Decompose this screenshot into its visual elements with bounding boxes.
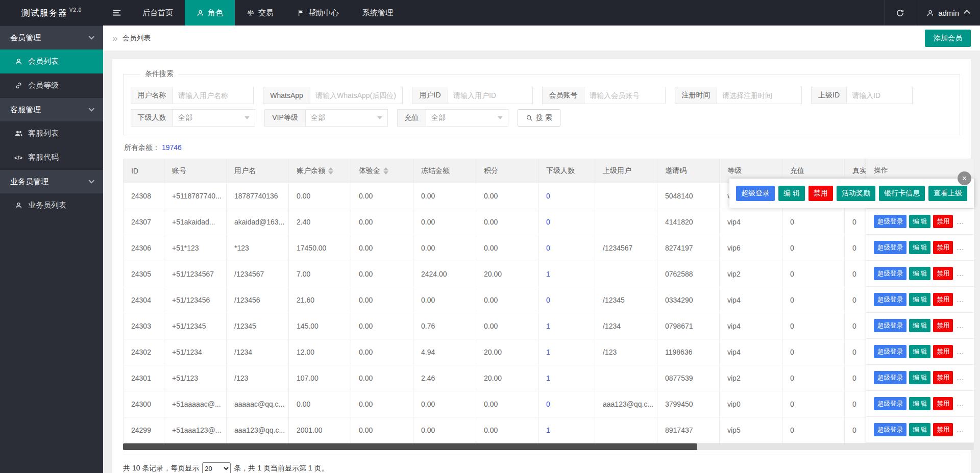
- edit-button[interactable]: 编 辑: [778, 186, 805, 201]
- page-size-select[interactable]: 20: [202, 462, 231, 473]
- chevron-down-icon: [89, 178, 94, 183]
- cell: 0: [782, 391, 845, 417]
- disable-button[interactable]: 禁用: [933, 345, 953, 358]
- view-parent-button[interactable]: 查看上级: [928, 186, 967, 201]
- super-login-button[interactable]: 超级登录: [874, 267, 906, 280]
- cell-text: 0.00: [484, 426, 498, 434]
- edit-button[interactable]: 编 辑: [909, 397, 930, 410]
- disable-button[interactable]: 禁用: [933, 423, 953, 436]
- edit-button[interactable]: 编 辑: [909, 345, 930, 358]
- vip-level-select-dropdown[interactable]: 全部: [306, 110, 387, 126]
- disable-button[interactable]: 禁用: [933, 371, 953, 384]
- sidebar-item-member-list[interactable]: 会员列表: [0, 49, 103, 73]
- subordinate-count-link[interactable]: 1: [546, 374, 550, 382]
- subordinate-count-link[interactable]: 1: [546, 270, 550, 278]
- cell-text: 0.00: [359, 322, 373, 330]
- refresh-button[interactable]: [884, 0, 916, 26]
- userid-field-input[interactable]: [448, 87, 532, 104]
- edit-button[interactable]: 编 辑: [909, 215, 930, 228]
- nav-utilities: admin: [884, 0, 980, 26]
- edit-button[interactable]: 编 辑: [909, 319, 930, 332]
- subordinate-select-dropdown[interactable]: 全部: [173, 110, 255, 126]
- edit-button[interactable]: 编 辑: [909, 423, 930, 436]
- disable-button[interactable]: 禁用: [933, 267, 953, 280]
- super-login-button[interactable]: 超级登录: [874, 423, 906, 436]
- super-login-button[interactable]: 超级登录: [736, 186, 775, 201]
- subordinate-count-link[interactable]: 0: [546, 244, 550, 252]
- super-login-button[interactable]: 超级登录: [874, 319, 906, 332]
- more-actions[interactable]: ...: [957, 295, 964, 304]
- sidebar-item-service-list[interactable]: 客服列表: [0, 121, 103, 145]
- super-login-button[interactable]: 超级登录: [874, 241, 906, 254]
- disable-button[interactable]: 禁用: [933, 319, 953, 332]
- admin-menu[interactable]: admin: [916, 0, 980, 26]
- nav-home[interactable]: 后台首页: [131, 0, 185, 26]
- sidebar-item-service-code[interactable]: </>客服代码: [0, 145, 103, 169]
- cell: 0.00: [351, 365, 413, 391]
- super-login-button[interactable]: 超级登录: [874, 215, 906, 228]
- edit-button[interactable]: 编 辑: [909, 267, 930, 280]
- disable-button[interactable]: 禁用: [808, 186, 833, 201]
- super-login-button[interactable]: 超级登录: [874, 293, 906, 306]
- disable-button[interactable]: 禁用: [933, 215, 953, 228]
- cell-text: 0.00: [421, 192, 435, 200]
- super-login-button[interactable]: 超级登录: [874, 397, 906, 410]
- more-actions[interactable]: ...: [957, 347, 964, 356]
- cell: [595, 183, 657, 209]
- member-account-field-label: 会员账号: [543, 87, 584, 104]
- more-actions[interactable]: ...: [957, 374, 964, 382]
- sidebar-toggle-button[interactable]: [103, 0, 131, 26]
- main-nav: 后台首页角色交易帮助中心系统管理: [131, 0, 405, 26]
- sidebar-item-salesman-list[interactable]: 业务员列表: [0, 193, 103, 217]
- nav-role[interactable]: 角色: [185, 0, 235, 26]
- nav-trade-label: 交易: [258, 8, 274, 18]
- cell-text: 0: [790, 374, 794, 382]
- sidebar-section-member-management[interactable]: 会员管理: [0, 26, 103, 49]
- nav-help[interactable]: 帮助中心: [285, 0, 351, 26]
- disable-button[interactable]: 禁用: [933, 241, 953, 254]
- sort-icon[interactable]: [383, 167, 388, 175]
- sort-icon[interactable]: [328, 167, 333, 175]
- search-button[interactable]: 搜 索: [518, 109, 560, 127]
- edit-button[interactable]: 编 辑: [909, 241, 930, 254]
- cell: 0.00: [351, 391, 413, 417]
- recharge-select-dropdown[interactable]: 全部: [426, 110, 508, 126]
- add-member-button[interactable]: 添加会员: [925, 30, 971, 47]
- edit-button[interactable]: 编 辑: [909, 371, 930, 384]
- subordinate-count-link[interactable]: 1: [546, 426, 550, 434]
- disable-button[interactable]: 禁用: [933, 397, 953, 410]
- super-login-button[interactable]: 超级登录: [874, 345, 906, 358]
- horizontal-scrollbar-thumb[interactable]: [123, 443, 697, 450]
- super-login-button[interactable]: 超级登录: [874, 371, 906, 384]
- member-account-field-input[interactable]: [584, 87, 665, 104]
- activity-reward-button[interactable]: 活动奖励: [837, 186, 875, 201]
- nav-trade[interactable]: 交易: [235, 0, 285, 26]
- subordinate-count-link[interactable]: 0: [546, 400, 550, 408]
- nav-system[interactable]: 系统管理: [351, 0, 405, 26]
- bank-card-button[interactable]: 银行卡信息: [879, 186, 925, 201]
- subordinate-count-link[interactable]: 1: [546, 348, 550, 356]
- parent-id-field-input[interactable]: [847, 87, 912, 104]
- username-field-input[interactable]: [173, 87, 253, 104]
- subordinate-count-link[interactable]: 0: [546, 218, 550, 226]
- whatsapp-field-input[interactable]: [310, 87, 402, 104]
- register-time-field-input[interactable]: [717, 87, 801, 104]
- sidebar-section-service-management[interactable]: 客服管理: [0, 97, 103, 121]
- cell-text: vip4: [727, 348, 741, 356]
- cell: vip4: [720, 209, 782, 235]
- balance-value[interactable]: 19746: [162, 143, 182, 152]
- more-actions[interactable]: ...: [957, 269, 964, 278]
- more-actions[interactable]: ...: [957, 426, 964, 434]
- more-actions[interactable]: ...: [957, 321, 964, 330]
- sidebar-section-salesman-management[interactable]: 业务员管理: [0, 169, 103, 193]
- sidebar-item-member-level[interactable]: 会员等级: [0, 73, 103, 97]
- more-actions[interactable]: ...: [957, 400, 964, 408]
- disable-button[interactable]: 禁用: [933, 293, 953, 306]
- edit-button[interactable]: 编 辑: [909, 293, 930, 306]
- close-button[interactable]: ×: [958, 171, 971, 185]
- subordinate-count-link[interactable]: 0: [546, 296, 550, 304]
- more-actions[interactable]: ...: [957, 243, 964, 252]
- more-actions[interactable]: ...: [957, 217, 964, 226]
- subordinate-count-link[interactable]: 1: [546, 322, 550, 330]
- subordinate-count-link[interactable]: 0: [546, 192, 550, 200]
